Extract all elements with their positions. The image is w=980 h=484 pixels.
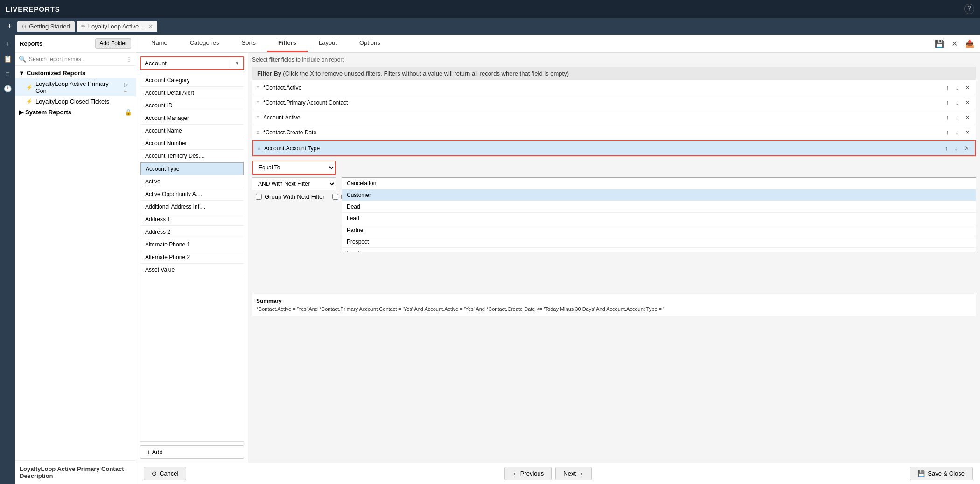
field-item-account-type[interactable]: Account Type bbox=[140, 162, 244, 175]
field-item-active-opportunity[interactable]: Active Opportunity A.... bbox=[140, 188, 244, 201]
search-options-icon[interactable]: ⋮ bbox=[126, 56, 132, 63]
tab-layout[interactable]: Layout bbox=[308, 35, 348, 52]
field-item-active[interactable]: Active bbox=[140, 175, 244, 188]
customized-reports-label: Customized Reports bbox=[27, 70, 85, 77]
tab-getting-started-label: Getting Started bbox=[29, 23, 70, 30]
search-input[interactable] bbox=[29, 56, 123, 63]
field-item-account-manager[interactable]: Account Manager bbox=[140, 112, 244, 125]
lightning-icon-2: ⚡ bbox=[26, 98, 33, 105]
field-item-address-2[interactable]: Address 2 bbox=[140, 226, 244, 238]
remove-btn-5[interactable]: ✕ bbox=[962, 144, 971, 153]
add-folder-button[interactable]: Add Folder bbox=[95, 38, 131, 49]
field-item-account-territory[interactable]: Account Territory Des.... bbox=[140, 150, 244, 162]
filter-controls: Equal To Not Equal To Contains Does Not … bbox=[252, 161, 976, 200]
save-icon: 💾 bbox=[917, 470, 925, 477]
sidebar-icon-add[interactable]: + bbox=[2, 38, 13, 49]
move-up-btn-1[interactable]: ↑ bbox=[944, 83, 951, 92]
remove-btn-2[interactable]: ✕ bbox=[963, 98, 972, 107]
loyaltyloop-active-item[interactable]: ⚡ LoyaltyLoop Active Primary Con ▷ ≡ bbox=[15, 78, 136, 96]
tab-name[interactable]: Name bbox=[140, 35, 179, 52]
value-lead[interactable]: Lead bbox=[342, 213, 976, 224]
move-down-btn-3[interactable]: ↓ bbox=[954, 113, 961, 122]
field-item-additional-address[interactable]: Additional Address Inf.... bbox=[140, 201, 244, 213]
export-icon-btn[interactable]: 📤 bbox=[963, 38, 976, 49]
filter-row-actions-1: ↑ ↓ ✕ bbox=[944, 83, 972, 92]
loyaltyloop-active-label: LoyaltyLoop Active Primary Con bbox=[35, 80, 121, 94]
field-item-account-category[interactable]: Account Category bbox=[140, 74, 244, 87]
move-down-btn-5[interactable]: ↓ bbox=[953, 144, 960, 153]
field-item-account-name[interactable]: Account Name bbox=[140, 125, 244, 137]
field-item-account-detail-alert[interactable]: Account Detail Alert bbox=[140, 87, 244, 99]
value-prospect[interactable]: Prospect bbox=[342, 236, 976, 248]
field-dropdown-arrow-icon[interactable]: ▼ bbox=[231, 58, 243, 68]
filter-account-type-label: Account.Account Type bbox=[264, 145, 939, 152]
field-item-account-id[interactable]: Account ID bbox=[140, 99, 244, 112]
group-with-next-checkbox[interactable] bbox=[256, 194, 262, 200]
main-layout: + 📋 ≡ 🕐 Reports Add Folder 🔍 ⋮ ▼ Customi… bbox=[0, 35, 980, 484]
move-up-btn-5[interactable]: ↑ bbox=[943, 144, 950, 153]
filter-row-account-active: ≡ Account.Active ↑ ↓ ✕ bbox=[252, 110, 976, 125]
filter-row-contact-active: ≡ *Contact.Active ↑ ↓ ✕ bbox=[252, 80, 976, 95]
cancel-button[interactable]: ⊙ Cancel bbox=[144, 467, 186, 480]
drag-handle-icon-2[interactable]: ≡ bbox=[256, 99, 259, 106]
next-button[interactable]: Next → bbox=[555, 467, 591, 480]
tab-categories[interactable]: Categories bbox=[179, 35, 231, 52]
move-down-btn-4[interactable]: ↓ bbox=[954, 128, 961, 137]
cancel-icon: ⊙ bbox=[152, 470, 157, 477]
value-vendor[interactable]: Vendor bbox=[342, 248, 976, 252]
system-reports-folder[interactable]: ▶ System Reports 🔒 bbox=[15, 107, 136, 118]
tab-getting-started[interactable]: ⊙ Getting Started bbox=[17, 21, 74, 32]
value-cancelation[interactable]: Cancelation bbox=[342, 178, 976, 189]
move-down-btn-1[interactable]: ↓ bbox=[954, 83, 961, 92]
filter-row-actions-4: ↑ ↓ ✕ bbox=[944, 128, 972, 137]
field-item-alternate-phone-1[interactable]: Alternate Phone 1 bbox=[140, 238, 244, 251]
tab-options[interactable]: Options bbox=[348, 35, 392, 52]
value-customer[interactable]: Customer bbox=[342, 189, 976, 201]
sidebar-icon-reports[interactable]: 📋 bbox=[2, 53, 13, 64]
connector-select[interactable]: AND With Next Filter OR With Next Filter bbox=[252, 177, 336, 190]
previous-button[interactable]: ← Previous bbox=[504, 467, 552, 480]
tab-filters[interactable]: Filters bbox=[267, 35, 308, 52]
remove-btn-4[interactable]: ✕ bbox=[963, 128, 972, 137]
save-icon-btn[interactable]: 💾 bbox=[933, 38, 946, 49]
field-dropdown-selected: Account bbox=[141, 57, 231, 69]
customized-reports-folder[interactable]: ▼ Customized Reports bbox=[15, 68, 136, 78]
prompt-for-value-checkbox[interactable] bbox=[332, 194, 338, 200]
tab-loyaltyloop[interactable]: ✏ LoyaltyLoop Active.... ✕ bbox=[77, 21, 157, 32]
sidebar-icon-history[interactable]: 🕐 bbox=[2, 83, 13, 94]
field-item-asset-value[interactable]: Asset Value bbox=[140, 264, 244, 276]
drag-handle-icon-3[interactable]: ≡ bbox=[256, 114, 259, 121]
move-up-btn-3[interactable]: ↑ bbox=[944, 113, 951, 122]
operator-select[interactable]: Equal To Not Equal To Contains Does Not … bbox=[252, 161, 336, 175]
remove-btn-3[interactable]: ✕ bbox=[963, 113, 972, 122]
add-tab-button[interactable]: + bbox=[4, 20, 15, 32]
drag-handle-icon-1[interactable]: ≡ bbox=[256, 84, 259, 91]
move-down-btn-2[interactable]: ↓ bbox=[954, 98, 961, 107]
sidebar-icon-menu[interactable]: ≡ bbox=[2, 68, 13, 79]
drag-handle-icon-4[interactable]: ≡ bbox=[256, 129, 259, 136]
filter-create-date-label: *Contact.Create Date bbox=[263, 129, 940, 136]
filter-row-actions-3: ↑ ↓ ✕ bbox=[944, 113, 972, 122]
folder-chevron-icon: ▼ bbox=[19, 70, 25, 77]
add-field-button[interactable]: + Add bbox=[140, 445, 244, 459]
item-actions-icon[interactable]: ▷ ≡ bbox=[124, 82, 132, 93]
move-up-btn-4[interactable]: ↑ bbox=[944, 128, 951, 137]
field-item-address-1[interactable]: Address 1 bbox=[140, 213, 244, 226]
value-partner[interactable]: Partner bbox=[342, 224, 976, 236]
group-with-next-label[interactable]: Group With Next Filter bbox=[256, 193, 325, 200]
tab-sorts[interactable]: Sorts bbox=[231, 35, 267, 52]
move-up-btn-2[interactable]: ↑ bbox=[944, 98, 951, 107]
filter-row-create-date: ≡ *Contact.Create Date ↑ ↓ ✕ bbox=[252, 125, 976, 140]
tab-close-icon[interactable]: ✕ bbox=[148, 23, 153, 29]
nav-tabs-right: 💾 ✕ 📤 bbox=[933, 38, 976, 49]
field-item-account-number[interactable]: Account Number bbox=[140, 137, 244, 150]
remove-btn-1[interactable]: ✕ bbox=[963, 83, 972, 92]
value-dead[interactable]: Dead bbox=[342, 201, 976, 213]
field-item-alternate-phone-2[interactable]: Alternate Phone 2 bbox=[140, 251, 244, 264]
drag-handle-icon-5[interactable]: ≡ bbox=[257, 145, 260, 152]
help-button[interactable]: ? bbox=[964, 4, 974, 14]
save-close-button[interactable]: 💾 Save & Close bbox=[910, 467, 973, 480]
loyaltyloop-closed-label: LoyaltyLoop Closed Tickets bbox=[35, 98, 109, 105]
loyaltyloop-closed-item[interactable]: ⚡ LoyaltyLoop Closed Tickets bbox=[15, 96, 136, 107]
close-icon-btn[interactable]: ✕ bbox=[950, 38, 959, 49]
